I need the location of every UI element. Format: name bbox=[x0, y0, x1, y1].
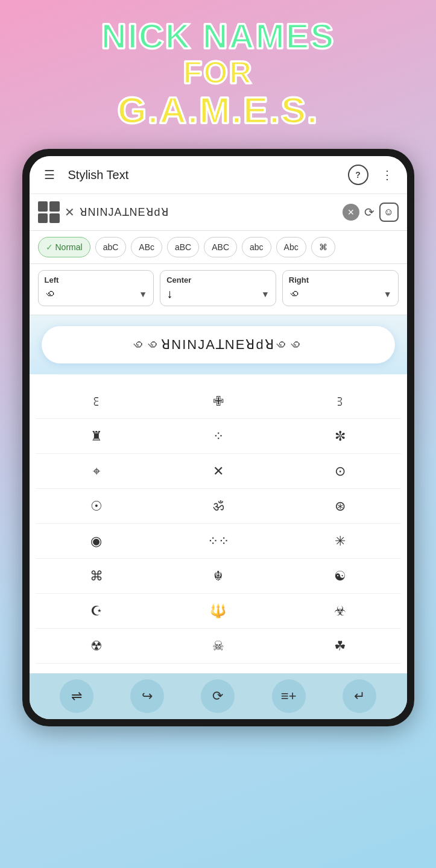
symbol-17[interactable]: ☯ bbox=[279, 559, 401, 594]
clear-icon[interactable]: ✕ bbox=[343, 204, 359, 221]
hero-line3: G.A.M.E.S. bbox=[101, 90, 335, 131]
symbol-21[interactable]: ☢ bbox=[36, 629, 157, 664]
symbol-13[interactable]: ⁘⁘ bbox=[157, 524, 279, 559]
dropdowns-row: Left ꩜ ▼ Center ↓ ▼ Right ꩜ ▼ bbox=[30, 264, 407, 315]
repeat-button[interactable]: ⟳ bbox=[201, 679, 235, 713]
symbol-23[interactable]: ☘ bbox=[279, 629, 401, 664]
preview-bubble: ꩜꩜ꓤNINJAꓕNEꓤdꓤ꩜꩜ bbox=[42, 326, 395, 363]
symbol-6[interactable]: ⌖ bbox=[36, 454, 157, 489]
symbol-1[interactable]: ✙ bbox=[157, 384, 279, 419]
dropdown-right[interactable]: Right ꩜ ▼ bbox=[282, 270, 399, 306]
dropdown-left[interactable]: Left ꩜ ▼ bbox=[38, 270, 154, 306]
symbol-0[interactable]: ꒰ bbox=[36, 384, 157, 419]
share-button[interactable]: ↪ bbox=[130, 679, 164, 713]
grid-icon[interactable] bbox=[38, 201, 60, 223]
preview-band: ꩜꩜ꓤNINJAꓕNEꓤdꓤ꩜꩜ bbox=[30, 315, 407, 374]
symbol-10[interactable]: ॐ bbox=[157, 489, 279, 524]
symbol-18[interactable]: ☪ bbox=[36, 594, 157, 629]
case-buttons: Normal abC ABc aBC ABC abc Abc ⌘ bbox=[30, 231, 407, 264]
symbols-grid: ꒰ ✙ ꒱ ♜ ⁘ ✼ ⌖ ✕ ⊙ ☉ ॐ ⊛ ◉ ⁘⁘ ✳ ⌘ ☬ ☯ ☪ 🔱… bbox=[30, 374, 407, 673]
hero-line2: FOR bbox=[101, 55, 335, 90]
symbol-2[interactable]: ꒱ bbox=[279, 384, 401, 419]
app-bar: ☰ Stylish Text ? ⋮ bbox=[30, 156, 407, 194]
symbol-11[interactable]: ⊛ bbox=[279, 489, 401, 524]
emoji-icon[interactable]: ☺ bbox=[379, 203, 399, 222]
back-button[interactable]: ↵ bbox=[343, 679, 376, 713]
input-area: ✕ ꓤNINJAꓕNEꓤdꓤ ✕ ⟳ ☺ bbox=[30, 194, 407, 231]
symbol-19[interactable]: 🔱 bbox=[157, 594, 279, 629]
app-bar-title: Stylish Text bbox=[68, 168, 340, 182]
stylish-input-text[interactable]: ꓤNINJAꓕNEꓤdꓤ bbox=[80, 206, 338, 219]
symbol-12[interactable]: ◉ bbox=[36, 524, 157, 559]
case-btn-ABC[interactable]: ABC bbox=[204, 237, 237, 257]
symbol-20[interactable]: ☣ bbox=[279, 594, 401, 629]
symbol-16[interactable]: ☬ bbox=[157, 559, 279, 594]
phone-mockup: ☰ Stylish Text ? ⋮ ✕ ꓤNINJAꓕNEꓤdꓤ ✕ ⟳ ☺ … bbox=[22, 149, 414, 726]
symbol-15[interactable]: ⌘ bbox=[36, 559, 157, 594]
more-icon[interactable]: ⋮ bbox=[377, 165, 397, 185]
add-button[interactable]: ≡+ bbox=[272, 679, 306, 713]
case-btn-abc2[interactable]: abc bbox=[242, 237, 271, 257]
symbol-7[interactable]: ✕ bbox=[157, 454, 279, 489]
symbol-3[interactable]: ♜ bbox=[36, 419, 157, 454]
symbol-22[interactable]: ☠ bbox=[157, 629, 279, 664]
menu-icon[interactable]: ☰ bbox=[39, 165, 60, 185]
symbol-14[interactable]: ✳ bbox=[279, 524, 401, 559]
symbol-8[interactable]: ⊙ bbox=[279, 454, 401, 489]
bottom-toolbar: ⇌ ↪ ⟳ ≡+ ↵ bbox=[30, 673, 407, 719]
hero-title: NICK NAMES FOR G.A.M.E.S. bbox=[89, 0, 347, 143]
case-btn-normal[interactable]: Normal bbox=[38, 237, 90, 257]
case-btn-ABc[interactable]: ABc bbox=[131, 237, 162, 257]
symbol-5[interactable]: ✼ bbox=[279, 419, 401, 454]
refresh-icon[interactable]: ⟳ bbox=[364, 205, 374, 219]
shuffle-button[interactable]: ⇌ bbox=[60, 679, 93, 713]
dropdown-center[interactable]: Center ↓ ▼ bbox=[160, 270, 276, 306]
close-x-icon[interactable]: ✕ bbox=[65, 205, 75, 219]
case-btn-abc[interactable]: abC bbox=[95, 237, 127, 257]
case-btn-Abc[interactable]: Abc bbox=[276, 237, 306, 257]
phone-screen: ☰ Stylish Text ? ⋮ ✕ ꓤNINJAꓕNEꓤdꓤ ✕ ⟳ ☺ … bbox=[30, 156, 407, 719]
case-btn-cmd[interactable]: ⌘ bbox=[311, 237, 335, 257]
symbol-9[interactable]: ☉ bbox=[36, 489, 157, 524]
preview-text: ꩜꩜ꓤNINJAꓕNEꓤdꓤ꩜꩜ bbox=[58, 337, 378, 353]
case-btn-aBC[interactable]: aBC bbox=[167, 237, 199, 257]
symbol-4[interactable]: ⁘ bbox=[157, 419, 279, 454]
hero-line1: NICK NAMES bbox=[101, 17, 335, 55]
help-icon[interactable]: ? bbox=[348, 165, 368, 185]
